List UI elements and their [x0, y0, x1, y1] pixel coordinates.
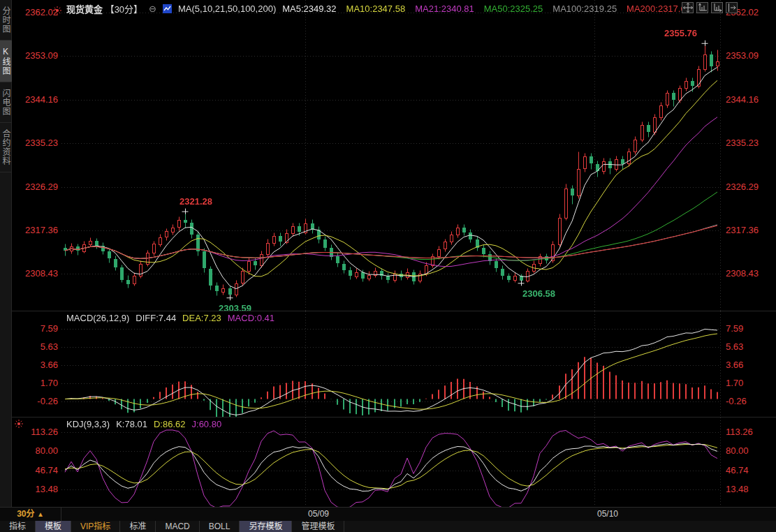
tab-vip-indicator[interactable]: VIP指标: [71, 521, 120, 532]
macd-diff-value: DIFF:7.44: [136, 313, 176, 323]
ma-chart-icon: [163, 4, 172, 13]
main-y-label: 2353.09: [726, 51, 775, 61]
sidebar-item-fenshi[interactable]: 分时图: [0, 0, 12, 40]
period-badge: 【30分】: [105, 4, 142, 15]
kdj-y-label: 13.48: [15, 485, 58, 494]
main-y-label: 2326.29: [15, 182, 58, 192]
tab-manage-template[interactable]: 管理模板: [292, 521, 344, 532]
tab-template[interactable]: 模板: [36, 521, 71, 532]
tab-indicator[interactable]: 指标: [0, 521, 36, 532]
kdj-header: KDJ(9,3,3) K:78.01 D:86.62 J:60.80: [66, 419, 221, 429]
main-settings-icon[interactable]: [53, 6, 61, 15]
tab-save-template[interactable]: 另存模板: [240, 521, 292, 532]
symbol-title: 现货黄金 【30分】: [66, 2, 142, 15]
ma-value: MA50:2325.25: [484, 3, 543, 14]
shift-right-icon[interactable]: [726, 2, 738, 13]
kdj-y-label: 113.26: [15, 427, 58, 437]
kdj-d-value: D:86.62: [154, 419, 186, 429]
main-y-label: 2326.29: [726, 182, 775, 192]
macd-macd-value: MACD:0.41: [228, 313, 274, 323]
sidebar-item-kline[interactable]: K线图: [0, 40, 12, 82]
macd-y-label: 7.59: [726, 324, 775, 334]
main-chart-header: 现货黄金 【30分】 ⊖ MA(5,10,21,50,100,200) MA5:…: [66, 2, 691, 15]
macd-y-label: 1.70: [15, 378, 58, 388]
kdj-y-label: 80.00: [15, 446, 58, 456]
x-axis-date-label: 05/10: [597, 509, 618, 519]
sidebar: 分时图K线图闪电图合约资料: [0, 0, 12, 520]
macd-y-label: -0.26: [726, 397, 775, 406]
kdj-settings-icon[interactable]: [15, 420, 23, 428]
bottom-tabbar: 指标模板VIP指标标准MACDBOLL另存模板管理模板: [0, 521, 776, 532]
x-axis-date-label: 05/09: [308, 509, 329, 519]
tab-macd[interactable]: MACD: [156, 521, 199, 532]
kdj-y-label: 80.00: [726, 446, 775, 456]
ma-values: MA5:2349.32MA10:2347.58MA21:2340.81MA50:…: [282, 3, 691, 14]
tab-boll[interactable]: BOLL: [200, 521, 240, 532]
x-axis-strip: 30分 ▲ 05/0905/10: [0, 507, 776, 522]
main-chart-canvas[interactable]: [61, 0, 721, 311]
collapse-icon[interactable]: ⊖: [149, 3, 156, 14]
ma-value: MA5:2349.32: [282, 3, 336, 14]
period-label: 30分: [17, 509, 34, 519]
macd-y-label: 7.59: [15, 324, 58, 334]
kdj-label: KDJ(9,3,3): [66, 419, 110, 429]
chart-toolbar: [682, 2, 738, 13]
macd-label: MACD(26,12,9): [66, 313, 129, 323]
ma-value: MA21:2340.81: [415, 3, 474, 14]
kdj-y-label: 13.48: [726, 485, 775, 494]
sidebar-item-heyue[interactable]: 合约资料: [0, 123, 12, 172]
main-y-label: 2317.36: [15, 226, 58, 235]
main-y-label: 2362.02: [15, 8, 58, 17]
axis-zoom-icon[interactable]: [696, 2, 708, 13]
kdj-y-label: 113.26: [726, 427, 775, 437]
main-y-label: 2335.23: [15, 138, 58, 148]
macd-y-label: 3.66: [15, 360, 58, 370]
main-y-label: 2335.23: [726, 138, 775, 148]
kdj-k-value: K:78.01: [116, 419, 147, 429]
main-y-label: 2308.43: [15, 269, 58, 279]
ma-value: MA100:2319.25: [552, 3, 617, 14]
macd-y-label: -0.26: [15, 397, 58, 406]
period-arrow-icon: ▲: [37, 510, 44, 518]
macd-dea-value: DEA:7.23: [182, 313, 221, 323]
ma-value: MA10:2347.58: [346, 3, 406, 14]
trading-app-window: 分时图K线图闪电图合约资料 现货黄金 【30分】 ⊖ MA(5,10,21,50…: [0, 0, 776, 532]
macd-y-label: 5.63: [15, 342, 58, 352]
kdj-y-label: 46.74: [15, 466, 58, 475]
main-y-label: 2344.16: [726, 95, 775, 105]
main-y-label: 2344.16: [15, 95, 58, 105]
macd-y-label: 1.70: [726, 378, 775, 388]
macd-canvas[interactable]: [61, 311, 721, 417]
kdj-canvas[interactable]: [61, 418, 721, 507]
axis-scale-icon[interactable]: [711, 2, 723, 13]
macd-y-label: 3.66: [726, 360, 775, 370]
main-y-label: 2308.43: [726, 269, 775, 279]
sidebar-item-shandian[interactable]: 闪电图: [0, 82, 12, 123]
kdj-j-value: J:60.80: [192, 419, 222, 429]
pan-icon[interactable]: [682, 2, 694, 13]
main-y-label: 2353.09: [15, 51, 58, 61]
kdj-y-label: 46.74: [726, 466, 775, 475]
macd-header: MACD(26,12,9) DIFF:7.44 DEA:7.23 MACD:0.…: [66, 313, 274, 323]
main-y-label: 2317.36: [726, 226, 775, 235]
tab-standard[interactable]: 标准: [120, 521, 156, 532]
macd-y-label: 5.63: [726, 342, 775, 352]
period-selector[interactable]: 30分 ▲: [0, 508, 61, 521]
ma-group-label: MA(5,10,21,50,100,200): [178, 3, 276, 14]
